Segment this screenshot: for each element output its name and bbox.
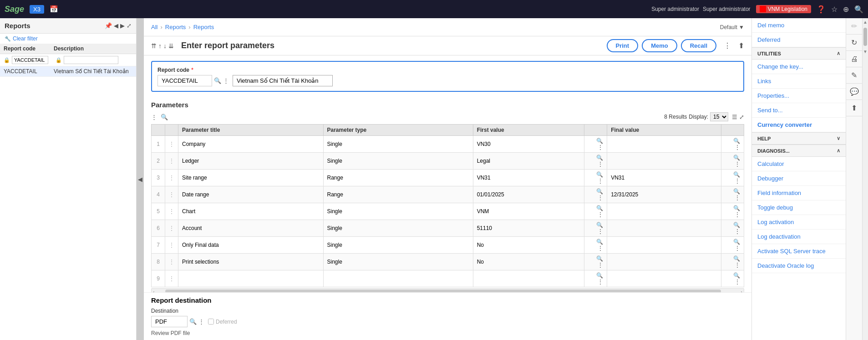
scroll-down-arrow[interactable]: ▼ <box>863 48 868 55</box>
row-more-icon[interactable]: ⋮ <box>598 178 603 184</box>
links-item[interactable]: Links <box>752 74 846 89</box>
row-final-search-icon[interactable]: 🔍 <box>733 205 740 211</box>
row-search-icon[interactable]: 🔍 <box>596 138 603 144</box>
sidebar-pin-icon[interactable]: 📌 <box>105 22 112 29</box>
row-more-icon[interactable]: ⋮ <box>598 161 603 167</box>
row-more-icon[interactable]: ⋮ <box>598 195 603 201</box>
legislation-badge[interactable]: VNM Legislation <box>756 5 811 13</box>
row-final-search-icon[interactable]: 🔍 <box>733 239 740 245</box>
search-icon[interactable]: 🔍 <box>854 5 863 14</box>
properties-item[interactable]: Properties... <box>752 89 846 103</box>
deferred-input[interactable] <box>208 319 214 325</box>
dest-value-input[interactable] <box>151 316 188 327</box>
nav-up-icon[interactable]: ↑ <box>158 42 162 50</box>
row-dots[interactable]: ⋮ <box>165 270 178 287</box>
field-information-item[interactable]: Field information <box>752 186 846 200</box>
row-final-more-icon[interactable]: ⋮ <box>735 144 740 150</box>
row-more-icon[interactable]: ⋮ <box>598 144 603 150</box>
row-dots[interactable]: ⋮ <box>165 237 178 254</box>
row-search-icon[interactable]: 🔍 <box>596 239 603 245</box>
upload-button[interactable]: ⬆ <box>738 41 744 50</box>
filter-desc-input[interactable] <box>64 56 118 64</box>
default-label[interactable]: Default ▼ <box>720 24 744 30</box>
row-final-search-icon[interactable]: 🔍 <box>733 155 740 161</box>
sidebar-nav-left-icon[interactable]: ◀ <box>114 22 118 29</box>
recall-button[interactable]: Recall <box>681 39 716 52</box>
row-final-more-icon[interactable]: ⋮ <box>735 178 740 184</box>
report-code-input[interactable] <box>157 75 212 86</box>
scroll-thumb[interactable] <box>863 28 867 46</box>
row-dots[interactable]: ⋮ <box>165 186 178 203</box>
diagnosis-toggle-icon[interactable]: ∧ <box>837 148 840 154</box>
row-dots[interactable]: ⋮ <box>165 153 178 170</box>
calendar-icon[interactable]: 📅 <box>50 5 58 13</box>
nav-down-double-icon[interactable]: ⇊ <box>168 42 174 50</box>
currency-converter-item[interactable]: Currency converter <box>752 118 846 132</box>
log-activation-item[interactable]: Log activation <box>752 215 846 230</box>
star-icon[interactable]: ☆ <box>831 5 838 14</box>
nav-down-icon[interactable]: ↓ <box>163 42 167 50</box>
breadcrumb-reports2[interactable]: Reports <box>193 24 214 30</box>
row-final-search-icon[interactable]: 🔍 <box>733 138 740 144</box>
clear-filter-button[interactable]: 🔧 Clear filter <box>0 34 136 44</box>
report-code-more-icon[interactable]: ⋮ <box>223 77 229 84</box>
row-final-more-icon[interactable]: ⋮ <box>735 161 740 167</box>
row-dots[interactable]: ⋮ <box>165 170 178 186</box>
scroll-left-icon[interactable]: ‹ <box>152 289 155 292</box>
debugger-item[interactable]: Debugger <box>752 171 846 186</box>
dest-search-icon[interactable]: 🔍 <box>189 318 197 325</box>
row-final-search-icon[interactable]: 🔍 <box>733 171 740 178</box>
print-button[interactable]: Print <box>607 39 639 52</box>
x3-badge[interactable]: X3 <box>30 5 44 14</box>
deferred-checkbox[interactable]: Deferred <box>208 319 237 325</box>
row-dots[interactable]: ⋮ <box>165 136 178 153</box>
row-search-icon[interactable]: 🔍 <box>596 222 603 228</box>
globe-icon[interactable]: ⊕ <box>843 5 849 14</box>
row-final-more-icon[interactable]: ⋮ <box>735 279 740 285</box>
expand-icon[interactable]: ☰ <box>732 114 737 120</box>
row-final-search-icon[interactable]: 🔍 <box>733 272 740 279</box>
row-final-search-icon[interactable]: 🔍 <box>733 222 740 228</box>
toolbar-search-icon[interactable]: 🔍 <box>161 114 168 120</box>
breadcrumb-all[interactable]: All <box>151 24 157 30</box>
help-icon[interactable]: ❓ <box>817 5 826 14</box>
row-final-more-icon[interactable]: ⋮ <box>735 195 740 201</box>
row-final-search-icon[interactable]: 🔍 <box>733 188 740 195</box>
row-final-more-icon[interactable]: ⋮ <box>735 262 740 268</box>
calculator-item[interactable]: Calculator <box>752 157 846 171</box>
more-actions-button[interactable]: ⋮ <box>724 41 731 50</box>
row-final-search-icon[interactable]: 🔍 <box>733 255 740 262</box>
row-final-more-icon[interactable]: ⋮ <box>735 245 740 251</box>
report-code-search-icon[interactable]: 🔍 <box>214 77 221 84</box>
nav-up-double-icon[interactable]: ⇈ <box>151 42 157 50</box>
right-print-icon[interactable]: 🖨 <box>846 51 863 67</box>
display-select[interactable]: 15 25 50 <box>710 112 728 121</box>
report-code-desc-input[interactable] <box>233 75 333 86</box>
log-deactivation-item[interactable]: Log deactivation <box>752 230 846 244</box>
change-key-item[interactable]: Change the key... <box>752 60 846 74</box>
toggle-debug-item[interactable]: Toggle debug <box>752 200 846 215</box>
right-pencil-icon[interactable]: ✎ <box>846 67 863 84</box>
right-chat-icon[interactable]: 💬 <box>846 84 863 100</box>
right-refresh-icon[interactable]: ↻ <box>846 35 863 51</box>
right-upload-icon[interactable]: ⬆ <box>846 100 863 116</box>
row-search-icon[interactable]: 🔍 <box>596 272 603 279</box>
row-more-icon[interactable]: ⋮ <box>598 228 603 235</box>
row-more-icon[interactable]: ⋮ <box>598 262 603 268</box>
scroll-up-arrow[interactable]: ▲ <box>863 18 868 26</box>
deactivate-oracle-item[interactable]: Deactivate Oracle log <box>752 259 846 273</box>
fullscreen-icon[interactable]: ⤢ <box>739 114 744 120</box>
breadcrumb-reports1[interactable]: Reports <box>165 24 186 30</box>
help-toggle-icon[interactable]: ∨ <box>837 135 840 141</box>
memo-button[interactable]: Memo <box>642 39 677 52</box>
row-search-icon[interactable]: 🔍 <box>596 255 603 262</box>
scroll-right-icon[interactable]: › <box>741 289 743 292</box>
row-search-icon[interactable]: 🔍 <box>596 205 603 211</box>
sidebar-expand-icon[interactable]: ⤢ <box>127 22 132 29</box>
row-search-icon[interactable]: 🔍 <box>596 188 603 195</box>
toolbar-dots-icon[interactable]: ⋮ <box>151 114 157 120</box>
row-dots[interactable]: ⋮ <box>165 254 178 270</box>
send-to-item[interactable]: Send to... <box>752 103 846 118</box>
sidebar-nav-right-icon[interactable]: ▶ <box>120 22 125 29</box>
row-dots[interactable]: ⋮ <box>165 220 178 237</box>
